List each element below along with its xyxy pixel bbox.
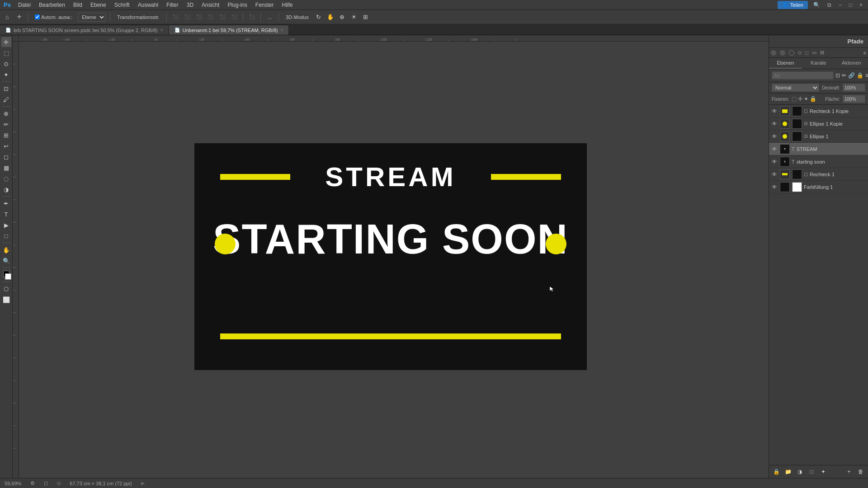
deckraft-input[interactable] (843, 84, 865, 92)
magic-wand-tool[interactable]: ✦ (1, 70, 11, 80)
add-mask-btn[interactable]: □ (807, 467, 816, 476)
3d-extra-icon[interactable]: ⊞ (361, 13, 370, 22)
menu-filter[interactable]: Filter (163, 1, 182, 9)
layer-lock-icon[interactable]: 🔒 (857, 71, 863, 80)
menu-bearbeiten[interactable]: Bearbeiten (35, 1, 69, 9)
status-icon-2[interactable]: ◻ (44, 480, 48, 486)
menu-ansicht[interactable]: Ansicht (198, 1, 223, 9)
search-icon[interactable]: 🔍 (811, 2, 822, 8)
layer-link-icon[interactable]: 🔗 (848, 71, 855, 80)
list-item[interactable]: 👁 Farbfüllung 1 (769, 181, 868, 193)
align-left-icon[interactable]: ⬛ (171, 13, 180, 22)
3d-light-icon[interactable]: ☀ (349, 13, 359, 22)
menu-hilfe[interactable]: Hilfe (278, 1, 296, 9)
list-item[interactable]: 👁 ◻ Rechteck 1 (769, 168, 868, 181)
lock-pos-icon[interactable]: ✛ (798, 96, 802, 102)
status-icon-1[interactable]: ⚙ (30, 480, 35, 486)
brush-tool[interactable]: ✏ (1, 119, 11, 129)
list-item[interactable]: 👁 T T starting soon (769, 155, 868, 168)
screen-mode-toggle[interactable]: ⬜ (1, 295, 11, 305)
align-center-v-icon[interactable]: ⬛ (218, 13, 227, 22)
status-icon-3[interactable]: ◇ (57, 480, 61, 486)
3d-pan-icon[interactable]: ✋ (326, 13, 335, 22)
menu-schrift[interactable]: Schrift (111, 1, 133, 9)
menu-plugins[interactable]: Plug-ins (224, 1, 250, 9)
layer-vis-icon[interactable]: 👁 (772, 133, 778, 140)
layers-search-input[interactable] (772, 71, 834, 80)
layer-vis-icon[interactable]: 👁 (772, 159, 778, 165)
menu-auswahl[interactable]: Auswahl (134, 1, 162, 9)
canvas-area[interactable]: -50 -40 -20 0 20 40 (13, 35, 769, 478)
select-tool[interactable]: ✛ (1, 37, 11, 47)
layer-edit-icon[interactable]: ✏ (842, 71, 846, 80)
lock-layer-btn[interactable]: 🔒 (772, 467, 781, 476)
lock-px-icon[interactable]: ⬚ (792, 96, 797, 102)
flaeche-input[interactable] (843, 95, 865, 103)
panel-icon-6[interactable]: ▭ (812, 50, 816, 56)
list-item[interactable]: 👁 ⊙ Ellipse 1 Kopie (769, 117, 868, 130)
add-style-btn[interactable]: ✦ (819, 467, 828, 476)
panel-icon-1[interactable] (771, 50, 776, 56)
close-icon[interactable]: × (858, 2, 864, 8)
arrange-icon[interactable]: ⧉ (826, 2, 833, 8)
file-tab-1[interactable]: 📄 brb STARTING SOON screen.psdc bei 50,5… (0, 25, 169, 35)
list-item[interactable]: 👁 T T STREAM (769, 143, 868, 155)
list-item[interactable]: 👁 ◻ Rechteck 1 Kopie (769, 105, 868, 117)
tab-ebenen[interactable]: Ebenen (769, 58, 802, 69)
eyedropper-tool[interactable]: 🖊 (1, 94, 11, 104)
gradient-tool[interactable]: ▦ (1, 163, 11, 173)
path-selection-tool[interactable]: ▶ (1, 220, 11, 230)
fg-color[interactable] (1, 270, 11, 280)
lasso-tool[interactable]: ⊙ (1, 59, 11, 69)
move-tool-icon[interactable]: ✛ (14, 13, 24, 22)
panel-icon-2[interactable] (780, 50, 785, 56)
pen-tool[interactable]: ✒ (1, 198, 11, 208)
list-item[interactable]: 👁 ⊙ Ellipse 1 (769, 130, 868, 143)
layer-select-dropdown[interactable]: Ebene (78, 13, 106, 22)
file-tab-2[interactable]: 📄 Unbenannt-1 bei 59,7% (STREAM, RGB/8) … (169, 25, 289, 35)
minimize-icon[interactable]: − (837, 2, 844, 8)
layer-vis-icon[interactable]: 👁 (772, 108, 778, 114)
menu-fenster[interactable]: Fenster (252, 1, 278, 9)
layer-vis-icon[interactable]: 👁 (772, 121, 778, 127)
3d-zoom-icon[interactable]: ⊕ (338, 13, 347, 22)
align-right-icon[interactable]: ⬛ (194, 13, 203, 22)
panel-icon-7[interactable]: ⊟ (820, 50, 824, 56)
layer-vis-icon[interactable]: 👁 (772, 146, 778, 152)
eraser-tool[interactable]: ◻ (1, 152, 11, 162)
layer-vis-icon[interactable]: 👁 (772, 184, 778, 190)
lock-art-icon[interactable]: ✦ (804, 96, 808, 102)
zoom-tool[interactable]: 🔍 (1, 256, 11, 266)
home-icon[interactable]: ⌂ (3, 13, 12, 22)
dodge-tool[interactable]: ◑ (1, 184, 11, 194)
add-group-btn[interactable]: 📁 (783, 467, 793, 476)
layer-vis-icon[interactable]: 👁 (772, 171, 778, 178)
crop-tool[interactable]: ⊡ (1, 84, 11, 94)
blend-mode-dropdown[interactable]: Normal (772, 84, 819, 92)
new-layer-btn[interactable]: + (844, 467, 854, 476)
panel-icon-4[interactable]: ◇ (798, 50, 802, 56)
layer-more-icon[interactable]: ≡ (865, 71, 868, 80)
menu-datei[interactable]: Datei (14, 1, 34, 9)
panel-icon-5[interactable]: □ (805, 50, 808, 56)
3d-rotate-icon[interactable]: ↻ (314, 13, 323, 22)
tab-kanaele[interactable]: Kanäle (802, 58, 835, 69)
panel-more-options[interactable]: ≡ (863, 50, 866, 56)
layer-filter-icon[interactable]: ⊡ (835, 71, 840, 80)
hand-tool[interactable]: ✋ (1, 245, 11, 255)
align-center-h-icon[interactable]: ⬛ (183, 13, 192, 22)
select-marquee-tool[interactable]: ⬚ (1, 48, 11, 58)
tab-aktionen[interactable]: Aktionen (835, 58, 868, 69)
quick-mask-toggle[interactable]: ⬡ (1, 284, 11, 294)
history-brush-tool[interactable]: ↩ (1, 141, 11, 151)
auto-select-checkbox[interactable] (35, 14, 40, 19)
share-button[interactable]: 👤 Teilen (778, 1, 808, 9)
maximize-icon[interactable]: □ (847, 2, 854, 8)
delete-layer-btn[interactable]: 🗑 (856, 467, 865, 476)
menu-ebene[interactable]: Ebene (87, 1, 110, 9)
distribute-icon[interactable]: ⬛ (247, 13, 256, 22)
align-bottom-icon[interactable]: ⬛ (230, 13, 239, 22)
lock-all-icon[interactable]: 🔒 (810, 96, 816, 102)
file-tab-1-close[interactable]: × (160, 28, 163, 33)
blur-tool[interactable]: ◌ (1, 174, 11, 183)
